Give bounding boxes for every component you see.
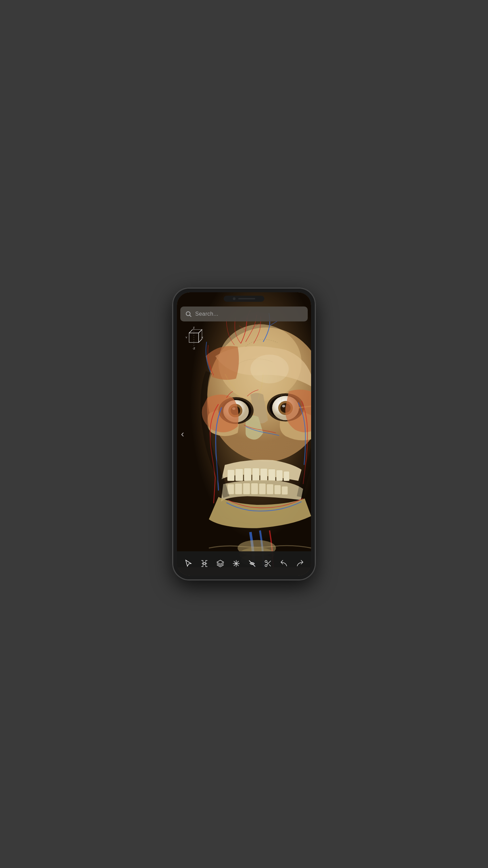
viewport-cube-gizmo[interactable]: Z Y X -Z — [183, 326, 205, 352]
svg-point-36 — [250, 355, 289, 383]
search-bar[interactable]: Search... — [180, 307, 308, 321]
svg-rect-19 — [244, 468, 251, 481]
svg-rect-18 — [236, 469, 243, 481]
app-screen: Search... — [177, 292, 311, 576]
svg-rect-24 — [284, 471, 289, 481]
phone-screen-container: Search... — [177, 292, 311, 576]
svg-rect-27 — [243, 483, 250, 494]
svg-point-37 — [186, 312, 190, 316]
speaker — [238, 298, 255, 299]
svg-line-42 — [199, 339, 202, 342]
svg-rect-31 — [274, 485, 281, 494]
xray-button[interactable] — [245, 556, 259, 571]
svg-rect-17 — [227, 470, 235, 481]
svg-line-38 — [190, 315, 191, 317]
svg-text:Y: Y — [185, 336, 187, 339]
svg-rect-21 — [260, 469, 267, 481]
svg-text:Z: Z — [193, 326, 195, 329]
svg-point-55 — [265, 560, 267, 563]
bottom-toolbar — [177, 551, 311, 576]
phone-device: Search... — [173, 288, 315, 580]
search-placeholder: Search... — [195, 311, 303, 317]
collapse-button[interactable] — [229, 556, 243, 571]
svg-point-56 — [265, 565, 267, 567]
isolate-view-button[interactable] — [197, 556, 211, 571]
svg-rect-26 — [235, 484, 242, 494]
svg-point-15 — [282, 405, 285, 408]
svg-rect-22 — [268, 469, 276, 481]
svg-rect-23 — [276, 470, 283, 481]
svg-line-41 — [199, 330, 202, 333]
back-button[interactable]: ‹ — [181, 429, 184, 439]
svg-rect-28 — [251, 483, 258, 494]
svg-rect-29 — [259, 484, 266, 494]
select-tool-button[interactable] — [181, 556, 196, 571]
camera — [233, 297, 236, 300]
layers-button[interactable] — [213, 556, 227, 571]
svg-rect-32 — [282, 486, 288, 495]
svg-text:X: X — [201, 336, 203, 339]
phone-notch — [224, 296, 264, 302]
search-icon — [185, 311, 192, 317]
undo-button[interactable] — [277, 556, 291, 571]
redo-button[interactable] — [293, 556, 307, 571]
svg-rect-30 — [267, 484, 273, 494]
svg-line-40 — [189, 330, 192, 333]
svg-rect-20 — [252, 468, 260, 481]
cut-button[interactable] — [261, 556, 275, 571]
